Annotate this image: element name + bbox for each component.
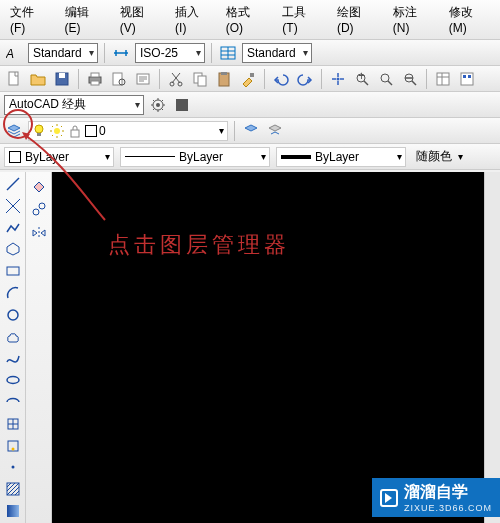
spline-tool[interactable] [2, 349, 24, 369]
svg-rect-26 [468, 75, 471, 78]
revcloud-tool[interactable] [2, 327, 24, 347]
polygon-tool[interactable] [2, 239, 24, 259]
color-select[interactable]: ByLayer [4, 147, 114, 167]
svg-rect-6 [91, 73, 99, 77]
ellipse-tool[interactable] [2, 370, 24, 390]
zoom-window-icon[interactable] [376, 69, 396, 89]
lineweight-select[interactable]: ByLayer [276, 147, 406, 167]
layer-color-swatch [85, 125, 97, 137]
linetype-select[interactable]: ByLayer [120, 147, 270, 167]
mirror-tool[interactable] [28, 222, 50, 244]
menu-insert[interactable]: 插入(I) [169, 2, 216, 37]
color-value: ByLayer [25, 150, 69, 164]
svg-point-21 [381, 74, 389, 82]
svg-rect-16 [221, 72, 227, 75]
hatch-tool[interactable] [2, 479, 24, 499]
vertical-scrollbar[interactable] [484, 172, 500, 523]
menu-format[interactable]: 格式(O) [220, 2, 273, 37]
svg-text:+: + [358, 71, 365, 83]
open-icon[interactable] [28, 69, 48, 89]
plotstyle-value: 随颜色 [416, 148, 452, 165]
rectangle-tool[interactable] [2, 261, 24, 281]
menu-file[interactable]: 文件(F) [4, 2, 55, 37]
linetype-value: ByLayer [179, 150, 223, 164]
svg-point-44 [39, 203, 45, 209]
line-tool[interactable] [2, 174, 24, 194]
svg-rect-14 [198, 76, 206, 86]
workspace-settings-icon[interactable] [148, 95, 168, 115]
copy-icon[interactable] [190, 69, 210, 89]
svg-text:A: A [6, 47, 14, 61]
workspace-toolbar: AutoCAD 经典 [0, 92, 500, 118]
plotstyle-select[interactable]: 随颜色 [412, 147, 466, 167]
match-icon[interactable] [238, 69, 258, 89]
menu-annotate[interactable]: 标注(N) [387, 2, 439, 37]
paste-icon[interactable] [214, 69, 234, 89]
redo-icon[interactable] [295, 69, 315, 89]
watermark: 溜溜自学 ZIXUE.3D66.COM [372, 478, 500, 517]
menu-tools[interactable]: 工具(T) [276, 2, 327, 37]
workspace-lock-icon[interactable] [172, 95, 192, 115]
layer-select[interactable]: 0 [28, 121, 228, 141]
work-area: 点击图层管理器 [0, 172, 500, 523]
layer-prev-icon[interactable] [265, 121, 285, 141]
table-style-icon[interactable] [218, 43, 238, 63]
text-style-icon[interactable]: A [4, 43, 24, 63]
menu-view[interactable]: 视图(V) [114, 2, 165, 37]
circle-tool[interactable] [2, 305, 24, 325]
pan-icon[interactable] [328, 69, 348, 89]
dim-style-icon[interactable] [111, 43, 131, 63]
svg-rect-29 [176, 99, 188, 111]
menu-draw[interactable]: 绘图(D) [331, 2, 383, 37]
arc-tool[interactable] [2, 283, 24, 303]
zoom-prev-icon[interactable] [400, 69, 420, 89]
svg-point-30 [35, 125, 43, 133]
svg-rect-17 [250, 73, 254, 77]
zoom-realtime-icon[interactable]: + [352, 69, 372, 89]
svg-point-18 [337, 77, 340, 80]
table-style-select[interactable]: Standard [242, 43, 312, 63]
svg-point-35 [8, 310, 18, 320]
color-swatch [9, 151, 21, 163]
svg-point-43 [33, 209, 39, 215]
layers-toolbar: 0 [0, 118, 500, 144]
cut-icon[interactable] [166, 69, 186, 89]
svg-rect-25 [463, 75, 466, 78]
layer-bulb-icon [31, 123, 47, 139]
drawing-canvas[interactable]: 点击图层管理器 [52, 172, 484, 523]
undo-icon[interactable] [271, 69, 291, 89]
ellipse-arc-tool[interactable] [2, 392, 24, 412]
gradient-tool[interactable] [2, 501, 24, 521]
pline-tool[interactable] [2, 218, 24, 238]
publish-icon[interactable] [133, 69, 153, 89]
svg-rect-7 [91, 81, 99, 85]
annotation-text: 点击图层管理器 [108, 230, 290, 260]
xline-tool[interactable] [2, 196, 24, 216]
text-style-select[interactable]: Standard [28, 43, 98, 63]
new-icon[interactable] [4, 69, 24, 89]
copy-tool[interactable] [28, 198, 50, 220]
table-style-value: Standard [247, 46, 296, 60]
save-icon[interactable] [52, 69, 72, 89]
layer-states-icon[interactable] [241, 121, 261, 141]
layer-name: 0 [99, 124, 106, 138]
insert-tool[interactable] [2, 414, 24, 434]
svg-point-28 [156, 103, 160, 107]
lineweight-sample [281, 155, 311, 159]
draw-toolbar [0, 172, 26, 523]
erase-tool[interactable] [28, 174, 50, 196]
menu-modify[interactable]: 修改(M) [443, 2, 496, 37]
print-icon[interactable] [85, 69, 105, 89]
svg-point-40 [11, 466, 14, 469]
properties-icon[interactable] [433, 69, 453, 89]
watermark-brand: 溜溜自学 [404, 482, 492, 503]
play-icon [380, 489, 398, 507]
properties-toolbar: ByLayer ByLayer ByLayer 随颜色 [0, 144, 500, 170]
block-tool[interactable] [2, 436, 24, 456]
point-tool[interactable] [2, 458, 24, 478]
linetype-sample [125, 156, 175, 157]
menu-edit[interactable]: 编辑(E) [59, 2, 110, 37]
dim-style-select[interactable]: ISO-25 [135, 43, 205, 63]
dc-icon[interactable] [457, 69, 477, 89]
preview-icon[interactable] [109, 69, 129, 89]
